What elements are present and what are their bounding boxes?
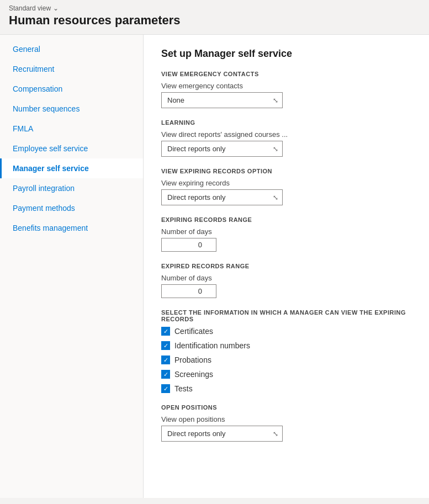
expired-range-group: EXPIRED RECORDS RANGE Number of days: [161, 263, 411, 298]
section-title: Set up Manager self service: [161, 48, 411, 60]
learning-header: LEARNING: [161, 119, 411, 126]
checkmark-icon: ✓: [163, 328, 168, 335]
sidebar-item-payment-methods[interactable]: Payment methods: [0, 198, 143, 218]
chevron-down-icon: ⌄: [53, 4, 59, 12]
checkbox-label-identification-numbers: Identification numbers: [174, 341, 250, 350]
open-positions-dropdown-wrapper: None Direct reports only All ⤡: [161, 426, 283, 442]
expired-range-input[interactable]: [166, 287, 210, 295]
sidebar-item-payroll-integration[interactable]: Payroll integration: [0, 178, 143, 198]
view-expiring-header: VIEW EXPIRING RECORDS OPTION: [161, 168, 411, 174]
expired-range-header: EXPIRED RECORDS RANGE: [161, 263, 411, 269]
content-area: Set up Manager self service VIEW EMERGEN…: [144, 35, 429, 498]
learning-group: LEARNING View direct reports' assigned c…: [161, 119, 411, 157]
emergency-contacts-field-label: View emergency contacts: [161, 82, 411, 90]
checkmark-icon: ✓: [163, 372, 168, 378]
expiring-range-input-wrapper: [161, 238, 216, 252]
sidebar-item-compensation[interactable]: Compensation: [0, 79, 143, 99]
learning-dropdown-wrapper: None Direct reports only All ⤡: [161, 141, 283, 157]
page-title: Human resources parameters: [9, 12, 420, 32]
expired-range-field-label: Number of days: [161, 274, 411, 282]
sidebar-item-recruitment[interactable]: Recruitment: [0, 59, 143, 79]
open-positions-select[interactable]: None Direct reports only All: [161, 426, 283, 442]
checkmark-icon: ✓: [163, 386, 168, 392]
view-expiring-select[interactable]: None Direct reports only All: [161, 189, 283, 205]
checkbox-box-screenings: ✓: [161, 370, 170, 379]
checkbox-label-screenings: Screenings: [174, 370, 213, 379]
checkbox-item-probations[interactable]: ✓Probations: [161, 356, 411, 364]
emergency-contacts-dropdown-wrapper: None Direct reports only All ⤡: [161, 92, 283, 108]
expiring-range-field-label: Number of days: [161, 227, 411, 236]
checkmark-icon: ✓: [163, 343, 168, 349]
checkbox-item-tests[interactable]: ✓Tests: [161, 384, 411, 393]
checkbox-item-screenings[interactable]: ✓Screenings: [161, 370, 411, 379]
open-positions-header: OPEN POSITIONS: [161, 404, 411, 411]
view-expiring-group: VIEW EXPIRING RECORDS OPTION View expiri…: [161, 168, 411, 205]
checkbox-box-identification-numbers: ✓: [161, 341, 170, 350]
checkbox-group: ✓Certificates✓Identification numbers✓Pro…: [161, 327, 411, 393]
main-layout: GeneralRecruitmentCompensationNumber seq…: [0, 34, 429, 498]
select-info-header: SELECT THE INFORMATION IN WHICH A MANAGE…: [161, 309, 411, 322]
expired-range-input-wrapper: [161, 284, 216, 298]
checkbox-label-certificates: Certificates: [174, 327, 213, 336]
sidebar-item-general[interactable]: General: [0, 39, 143, 59]
checkbox-box-tests: ✓: [161, 384, 170, 393]
sidebar: GeneralRecruitmentCompensationNumber seq…: [0, 35, 144, 498]
checkbox-label-tests: Tests: [174, 384, 193, 393]
emergency-contacts-select[interactable]: None Direct reports only All: [161, 92, 283, 108]
sidebar-item-benefits-management[interactable]: Benefits management: [0, 218, 143, 238]
standard-view-label: Standard view: [9, 4, 51, 12]
sidebar-item-number-sequences[interactable]: Number sequences: [0, 99, 143, 119]
emergency-contacts-group: VIEW EMERGENCY CONTACTS View emergency c…: [161, 71, 411, 108]
standard-view-dropdown[interactable]: Standard view ⌄: [9, 4, 420, 12]
checkbox-item-certificates[interactable]: ✓Certificates: [161, 327, 411, 336]
sidebar-item-employee-self-service[interactable]: Employee self service: [0, 139, 143, 158]
expiring-range-header: EXPIRING RECORDS RANGE: [161, 216, 411, 223]
sidebar-item-manager-self-service[interactable]: Manager self service: [0, 158, 143, 178]
checkmark-icon: ✓: [163, 357, 168, 363]
learning-select[interactable]: None Direct reports only All: [161, 141, 283, 157]
expiring-range-input[interactable]: [166, 241, 210, 249]
sidebar-item-fmla[interactable]: FMLA: [0, 119, 143, 139]
header: Standard view ⌄ Human resources paramete…: [0, 0, 429, 34]
expiring-range-group: EXPIRING RECORDS RANGE Number of days: [161, 216, 411, 252]
view-expiring-dropdown-wrapper: None Direct reports only All ⤡: [161, 189, 283, 205]
emergency-contacts-header: VIEW EMERGENCY CONTACTS: [161, 71, 411, 77]
learning-field-label: View direct reports' assigned courses ..…: [161, 130, 411, 139]
select-info-group: SELECT THE INFORMATION IN WHICH A MANAGE…: [161, 309, 411, 393]
open-positions-field-label: View open positions: [161, 415, 411, 423]
checkbox-item-identification-numbers[interactable]: ✓Identification numbers: [161, 341, 411, 350]
view-expiring-field-label: View expiring records: [161, 179, 411, 187]
open-positions-group: OPEN POSITIONS View open positions None …: [161, 404, 411, 442]
checkbox-label-probations: Probations: [174, 356, 211, 364]
checkbox-box-probations: ✓: [161, 356, 170, 364]
checkbox-box-certificates: ✓: [161, 327, 170, 336]
